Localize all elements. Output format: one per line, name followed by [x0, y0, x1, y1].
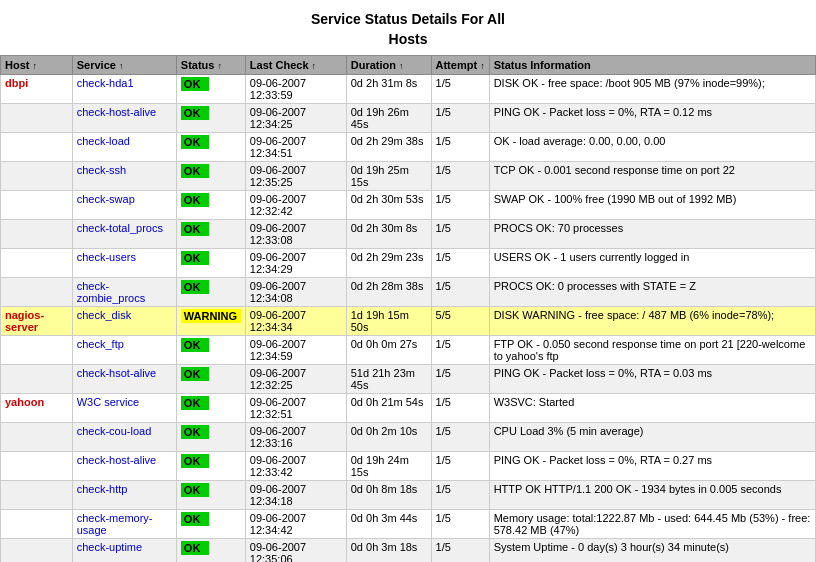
service-cell: check-memory-usage: [72, 510, 176, 539]
host-sort-icon[interactable]: ↑: [33, 61, 38, 71]
status-sort-icon[interactable]: ↑: [218, 61, 223, 71]
status-cell: OK: [176, 220, 245, 249]
col-attempt: Attempt ↑: [431, 56, 489, 75]
service-link[interactable]: W3C service: [77, 396, 139, 408]
status-info-cell: FTP OK - 0.050 second response time on p…: [489, 336, 815, 365]
service-link[interactable]: check-hsot-alive: [77, 367, 156, 379]
duration-cell: 0d 19h 26m 45s: [346, 104, 431, 133]
host-link[interactable]: nagios-server: [5, 309, 44, 333]
service-cell: check_disk: [72, 307, 176, 336]
service-cell: check-users: [72, 249, 176, 278]
status-cell: OK: [176, 278, 245, 307]
service-cell: check-hsot-alive: [72, 365, 176, 394]
last-check-cell: 09-06-2007 12:34:59: [245, 336, 346, 365]
service-cell: check-zombie_procs: [72, 278, 176, 307]
service-link[interactable]: check-total_procs: [77, 222, 163, 234]
duration-cell: 0d 0h 8m 18s: [346, 481, 431, 510]
table-row: check-hsot-aliveOK09-06-2007 12:32:2551d…: [1, 365, 816, 394]
host-link[interactable]: dbpi: [5, 77, 28, 89]
lastcheck-sort-icon[interactable]: ↑: [312, 61, 317, 71]
service-cell: check-cou-load: [72, 423, 176, 452]
table-row: check-host-aliveOK09-06-2007 12:33:420d …: [1, 452, 816, 481]
status-badge: OK: [181, 454, 209, 468]
host-cell: [1, 452, 73, 481]
last-check-cell: 09-06-2007 12:34:29: [245, 249, 346, 278]
attempt-cell: 5/5: [431, 307, 489, 336]
table-row: nagios-servercheck_diskWARNING09-06-2007…: [1, 307, 816, 336]
status-cell: OK: [176, 162, 245, 191]
status-cell: OK: [176, 365, 245, 394]
table-row: check-uptimeOK09-06-2007 12:35:060d 0h 3…: [1, 539, 816, 562]
attempt-cell: 1/5: [431, 452, 489, 481]
col-last-check: Last Check ↑: [245, 56, 346, 75]
service-cell: check-hda1: [72, 75, 176, 104]
last-check-cell: 09-06-2007 12:34:08: [245, 278, 346, 307]
title-line2: Hosts: [389, 31, 428, 47]
table-row: check-usersOK09-06-2007 12:34:290d 2h 29…: [1, 249, 816, 278]
attempt-cell: 1/5: [431, 104, 489, 133]
service-link[interactable]: check-load: [77, 135, 130, 147]
service-link[interactable]: check-users: [77, 251, 136, 263]
service-sort-icon[interactable]: ↑: [119, 61, 124, 71]
attempt-cell: 1/5: [431, 539, 489, 562]
status-info-cell: USERS OK - 1 users currently logged in: [489, 249, 815, 278]
last-check-cell: 09-06-2007 12:34:51: [245, 133, 346, 162]
status-cell: OK: [176, 481, 245, 510]
service-link[interactable]: check-host-alive: [77, 454, 156, 466]
duration-cell: 0d 2h 30m 53s: [346, 191, 431, 220]
status-cell: OK: [176, 539, 245, 562]
status-info-cell: PROCS OK: 70 processes: [489, 220, 815, 249]
host-cell: [1, 278, 73, 307]
last-check-cell: 09-06-2007 12:34:18: [245, 481, 346, 510]
service-link[interactable]: check-zombie_procs: [77, 280, 145, 304]
status-cell: OK: [176, 104, 245, 133]
attempt-cell: 1/5: [431, 481, 489, 510]
status-cell: OK: [176, 510, 245, 539]
duration-cell: 0d 0h 21m 54s: [346, 394, 431, 423]
duration-cell: 0d 0h 3m 18s: [346, 539, 431, 562]
service-cell: check-host-alive: [72, 452, 176, 481]
attempt-sort-icon[interactable]: ↑: [480, 61, 485, 71]
host-cell: [1, 191, 73, 220]
duration-sort-icon[interactable]: ↑: [399, 61, 404, 71]
service-link[interactable]: check_ftp: [77, 338, 124, 350]
service-cell: check-host-alive: [72, 104, 176, 133]
host-cell: [1, 539, 73, 562]
last-check-cell: 09-06-2007 12:33:16: [245, 423, 346, 452]
status-info-cell: PING OK - Packet loss = 0%, RTA = 0.27 m…: [489, 452, 815, 481]
status-badge: OK: [181, 396, 209, 410]
status-badge: OK: [181, 251, 209, 265]
duration-cell: 0d 2h 29m 38s: [346, 133, 431, 162]
status-cell: OK: [176, 133, 245, 162]
status-info-cell: Memory usage: total:1222.87 Mb - used: 6…: [489, 510, 815, 539]
host-link[interactable]: yahoon: [5, 396, 44, 408]
service-link[interactable]: check-swap: [77, 193, 135, 205]
duration-cell: 0d 19h 25m 15s: [346, 162, 431, 191]
attempt-cell: 1/5: [431, 394, 489, 423]
service-link[interactable]: check-http: [77, 483, 128, 495]
status-cell: OK: [176, 423, 245, 452]
status-badge: OK: [181, 512, 209, 526]
col-service: Service ↑: [72, 56, 176, 75]
table-header-row: Host ↑ Service ↑ Status ↑ Last Check ↑ D…: [1, 56, 816, 75]
status-badge: OK: [181, 367, 209, 381]
attempt-cell: 1/5: [431, 162, 489, 191]
col-host: Host ↑: [1, 56, 73, 75]
status-info-cell: PROCS OK: 0 processes with STATE = Z: [489, 278, 815, 307]
status-badge: OK: [181, 193, 209, 207]
host-cell: [1, 423, 73, 452]
status-cell: WARNING: [176, 307, 245, 336]
status-info-cell: PING OK - Packet loss = 0%, RTA = 0.03 m…: [489, 365, 815, 394]
service-link[interactable]: check-uptime: [77, 541, 142, 553]
service-link[interactable]: check-ssh: [77, 164, 127, 176]
duration-cell: 0d 2h 30m 8s: [346, 220, 431, 249]
host-cell: [1, 481, 73, 510]
service-link[interactable]: check-hda1: [77, 77, 134, 89]
service-link[interactable]: check-cou-load: [77, 425, 152, 437]
last-check-cell: 09-06-2007 12:35:25: [245, 162, 346, 191]
status-badge: OK: [181, 280, 209, 294]
service-link[interactable]: check_disk: [77, 309, 131, 321]
service-link[interactable]: check-memory-usage: [77, 512, 153, 536]
service-link[interactable]: check-host-alive: [77, 106, 156, 118]
duration-cell: 0d 0h 0m 27s: [346, 336, 431, 365]
